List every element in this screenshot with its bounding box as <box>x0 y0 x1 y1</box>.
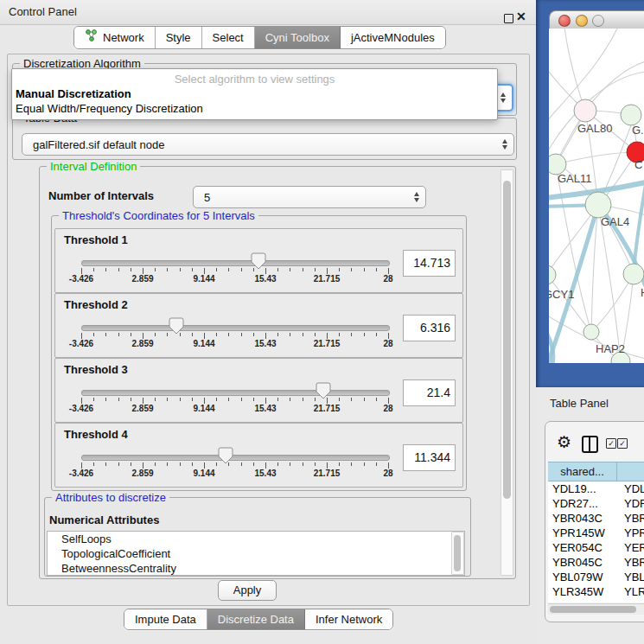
checkbox-icon[interactable]: ✓ <box>606 438 616 449</box>
slider-tick-label: 28 <box>383 469 392 478</box>
tab-infer-network[interactable]: Infer Network <box>305 609 392 629</box>
table-row[interactable]: YBL079WYBL0 <box>548 570 644 584</box>
attribute-item-topologicalcoefficient[interactable]: TopologicalCoefficient <box>48 546 464 561</box>
threshold-value-field[interactable]: 11.344 <box>403 444 456 471</box>
table-row[interactable]: YLR345WYLR3 <box>548 584 644 599</box>
tab-jactivemnodules[interactable]: jActiveMNodules <box>341 27 445 48</box>
cell-name[interactable]: YPR1 <box>621 526 644 540</box>
slider-track[interactable] <box>81 455 390 461</box>
panel-scrollbar-thumb[interactable] <box>503 181 511 499</box>
table-row[interactable]: YDR27...YDR2 <box>548 496 644 511</box>
cell-shared-name[interactable]: YBR045C <box>548 555 621 570</box>
attributes-scrollbar[interactable] <box>451 532 464 575</box>
attribute-item-selfloops[interactable]: SelfLoops <box>48 532 464 546</box>
table-data-combobox[interactable]: galFiltered.sif default node <box>22 133 514 156</box>
slider-thumb[interactable] <box>251 252 266 270</box>
cell-name[interactable]: YBR0 <box>621 511 644 526</box>
network-canvas[interactable]: GAL80G.CGAL11GAL4GCY1HHAP2 <box>549 29 644 363</box>
tab-network[interactable]: Network <box>74 27 156 48</box>
table-row[interactable]: YER054CYER0 <box>548 540 644 555</box>
slider-track[interactable] <box>81 260 390 266</box>
slider-thumb[interactable] <box>218 447 233 464</box>
slider-tick-label: 9.144 <box>193 404 214 413</box>
tab-impute-data[interactable]: Impute Data <box>124 609 207 629</box>
apply-button[interactable]: Apply <box>218 580 277 601</box>
cell-name[interactable]: YIL0 <box>621 599 644 603</box>
cell-name[interactable]: YDL1 <box>621 481 644 496</box>
cell-name[interactable]: YDR2 <box>621 496 644 511</box>
slider-tick <box>192 268 193 271</box>
dropdown-option-equal-width-frequency-discretization[interactable]: Equal Width/Frequency Discretization <box>16 102 203 115</box>
cell-shared-name[interactable]: YDL19... <box>548 481 621 496</box>
cell-shared-name[interactable]: YDR27... <box>548 496 621 511</box>
checkbox-icon[interactable]: ✓ <box>617 438 628 449</box>
number-of-intervals-value: 5 <box>204 191 210 204</box>
threshold-label: Threshold 4 <box>64 428 128 441</box>
cell-shared-name[interactable]: YLR345W <box>548 584 621 599</box>
slider-tick <box>327 268 328 274</box>
table-row[interactable]: YDL19...YDL1 <box>548 481 644 496</box>
cell-name[interactable]: YBL0 <box>621 570 644 584</box>
tab-style[interactable]: Style <box>156 27 202 48</box>
network-node[interactable] <box>585 192 611 218</box>
table-hscroll-thumb[interactable] <box>550 606 636 613</box>
threshold-value-field[interactable]: 6.316 <box>403 315 456 341</box>
number-of-intervals-combobox[interactable]: 5 <box>193 186 426 208</box>
slider-tick <box>315 462 316 466</box>
tab-discretize-data[interactable]: Discretize Data <box>207 609 305 629</box>
split-columns-icon[interactable] <box>582 436 598 453</box>
network-node[interactable] <box>549 265 556 284</box>
close-icon[interactable]: ✕ <box>516 10 526 23</box>
cell-name[interactable]: YBR0 <box>621 555 644 570</box>
tab-select[interactable]: Select <box>202 27 255 48</box>
column-header-name[interactable]: n <box>617 462 644 481</box>
network-window-titlebar[interactable] <box>549 10 644 30</box>
network-node[interactable] <box>583 324 599 340</box>
slider-tick <box>241 268 242 271</box>
slider-tick <box>81 268 82 274</box>
gear-icon[interactable]: ⚙ <box>557 432 571 452</box>
network-icon <box>85 27 98 48</box>
table-data-group: Table Data galFiltered.sif default node <box>12 118 517 160</box>
cell-shared-name[interactable]: YER054C <box>548 540 621 555</box>
maximize-window-icon[interactable] <box>592 15 604 27</box>
slider-tick-label: 15.43 <box>254 274 276 284</box>
cell-shared-name[interactable]: YBR043C <box>548 511 621 526</box>
slider-tick-label: 9.144 <box>193 469 214 478</box>
slider-thumb[interactable] <box>169 317 184 335</box>
network-node[interactable] <box>574 99 596 122</box>
table-row[interactable]: YPR145WYPR1 <box>548 526 644 540</box>
table-row[interactable]: YBR045CYBR0 <box>548 555 644 570</box>
minimize-window-icon[interactable] <box>576 15 588 27</box>
cell-shared-name[interactable]: YIL052C <box>548 599 621 603</box>
cell-name[interactable]: YER0 <box>621 540 644 555</box>
dropdown-option-manual-discretization[interactable]: Manual Discretization <box>16 87 131 100</box>
threshold-value-field[interactable]: 21.4 <box>403 379 456 406</box>
cell-shared-name[interactable]: YPR145W <box>548 526 621 540</box>
attribute-item-betweennesscentrality[interactable]: BetweennessCentrality <box>48 561 464 576</box>
slider-track[interactable] <box>81 390 390 396</box>
cell-name[interactable]: YLR3 <box>621 584 644 599</box>
panel-scrollbar[interactable] <box>501 169 513 576</box>
network-node[interactable] <box>621 105 641 125</box>
table-row[interactable]: YIL052CYIL0 <box>548 599 644 603</box>
float-window-icon[interactable] <box>504 14 513 23</box>
network-node[interactable] <box>623 264 644 284</box>
slider-thumb[interactable] <box>316 382 331 399</box>
table-horizontal-scrollbar[interactable] <box>548 603 644 615</box>
slider-tick <box>180 398 181 401</box>
tab-cyni-toolbox[interactable]: Cyni Toolbox <box>255 27 341 48</box>
combo-arrows-icon <box>502 139 507 150</box>
slider-tick <box>253 398 254 401</box>
slider-tick <box>155 462 156 466</box>
column-header-shared-name[interactable]: shared... <box>548 462 617 481</box>
slider-tick <box>228 333 229 336</box>
slider-track[interactable] <box>81 325 390 331</box>
threshold-value-field[interactable]: 14.713 <box>403 250 456 277</box>
table-row[interactable]: YBR043CYBR0 <box>548 511 644 526</box>
cell-shared-name[interactable]: YBL079W <box>548 570 621 584</box>
slider-tick <box>290 462 290 466</box>
slider-tick <box>192 333 193 336</box>
close-window-icon[interactable] <box>558 15 571 27</box>
slider-tick-label: 15.43 <box>254 404 276 413</box>
